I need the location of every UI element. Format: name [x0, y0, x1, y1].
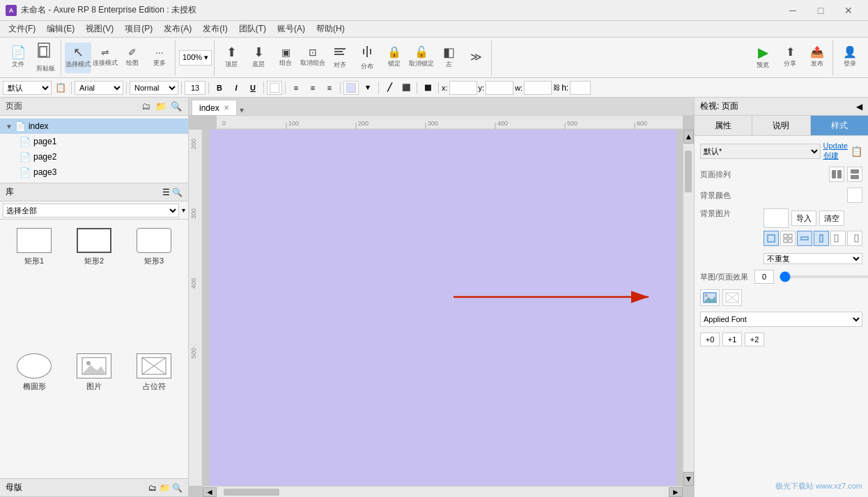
- bg-image-clear-btn[interactable]: 清空: [819, 211, 844, 226]
- tab-index[interactable]: index ✕: [192, 100, 237, 115]
- more2-button[interactable]: ≫: [463, 43, 489, 73]
- lib-item-placeholder[interactable]: 占位符: [125, 351, 183, 473]
- more-fmt-button[interactable]: ▾: [360, 81, 375, 95]
- style-name-select[interactable]: 默认*: [700, 144, 821, 159]
- font-select[interactable]: Arial: [75, 81, 123, 95]
- y-input[interactable]: [486, 81, 513, 95]
- bg-image-import-btn[interactable]: 导入: [791, 211, 816, 226]
- italic-button[interactable]: I: [228, 81, 244, 95]
- tab-properties[interactable]: 属性: [695, 116, 752, 135]
- right-panel-collapse-icon[interactable]: ◀: [856, 102, 862, 112]
- font-size-btn-2[interactable]: +2: [745, 332, 764, 346]
- menu-account[interactable]: 账号(A): [272, 22, 311, 36]
- size-select[interactable]: Normal: [130, 81, 178, 95]
- x-input[interactable]: [449, 81, 477, 95]
- bottom-layer-button[interactable]: ⬇ 底层: [245, 43, 272, 73]
- tab-more-icon[interactable]: ▾: [240, 105, 244, 115]
- scrollbar-vertical[interactable]: ▲ ▼: [683, 130, 694, 486]
- connect-mode-button[interactable]: ⇌ 连接模式: [92, 43, 118, 73]
- select-mode-button[interactable]: ↖ 选择模式: [65, 43, 91, 73]
- toolbar-file-button[interactable]: 📄 文件: [5, 43, 31, 73]
- style-update-link[interactable]: Update: [823, 142, 848, 150]
- tab-description[interactable]: 说明: [752, 116, 810, 135]
- library-filter-select[interactable]: 选择全部: [3, 204, 179, 217]
- lib-item-image[interactable]: 图片: [65, 351, 123, 473]
- lock-button[interactable]: 🔒 锁定: [381, 43, 408, 73]
- masters-folder-icon[interactable]: 📁: [160, 483, 170, 493]
- bg-repeat-btn-3[interactable]: [814, 231, 829, 246]
- bg-repeat-select[interactable]: 不重复: [764, 253, 862, 264]
- bg-color-picker[interactable]: [847, 188, 862, 203]
- sketch-value-input[interactable]: [754, 270, 774, 284]
- sketch-slider[interactable]: [780, 275, 868, 278]
- style-create-link[interactable]: 创建: [823, 151, 839, 161]
- lib-item-rect1[interactable]: 矩形1: [6, 225, 63, 348]
- share-button[interactable]: ⬆ 分享: [777, 43, 803, 73]
- bg-repeat-btn-0[interactable]: [764, 231, 779, 246]
- menu-view[interactable]: 视图(V): [80, 22, 119, 36]
- font-size-btn-1[interactable]: +1: [722, 332, 742, 346]
- pages-add-icon[interactable]: 🗂: [139, 100, 152, 113]
- h-input[interactable]: [570, 81, 591, 95]
- font-color-button[interactable]: [267, 81, 282, 95]
- align-left-button[interactable]: ≡: [288, 81, 304, 95]
- lib-item-ellipse[interactable]: 椭圆形: [6, 351, 63, 473]
- align-center-button[interactable]: ≡: [305, 81, 320, 95]
- font-size-input[interactable]: [185, 81, 206, 95]
- sketch-img-btn-2[interactable]: [722, 289, 742, 306]
- library-dropdown-icon[interactable]: ▾: [182, 206, 185, 214]
- align-button[interactable]: 对齐: [327, 43, 353, 73]
- library-menu-icon[interactable]: ☰: [162, 188, 170, 197]
- tab-close-icon[interactable]: ✕: [224, 104, 229, 112]
- pages-folder-icon[interactable]: 📁: [155, 100, 167, 113]
- left-button[interactable]: ◧ 左: [435, 43, 462, 73]
- bg-repeat-btn-1[interactable]: [780, 231, 796, 246]
- login-button[interactable]: 👤 登录: [837, 43, 863, 73]
- minimize-button[interactable]: ─: [779, 0, 807, 21]
- applied-font-select[interactable]: Applied Font: [700, 312, 862, 327]
- menu-edit[interactable]: 编辑(E): [41, 22, 80, 36]
- pages-search-icon[interactable]: 🔍: [170, 100, 183, 113]
- scrollbar-horizontal[interactable]: ◄ ►: [203, 486, 683, 497]
- top-layer-button[interactable]: ⬆ 顶层: [218, 43, 245, 73]
- page-sort-horizontal-btn[interactable]: [829, 167, 844, 182]
- shadow-button[interactable]: ⬛: [398, 81, 414, 95]
- underline-button[interactable]: U: [245, 81, 261, 95]
- fill-color-button[interactable]: [343, 81, 359, 95]
- bg-repeat-btn-4[interactable]: [830, 231, 846, 246]
- masters-search-icon[interactable]: 🔍: [172, 483, 183, 493]
- style-select[interactable]: 默认: [3, 81, 52, 95]
- preview-button[interactable]: ▶ 预览: [750, 43, 776, 73]
- group-button[interactable]: ▣ 组合: [272, 43, 299, 73]
- page-item-page3[interactable]: 📄 page3: [0, 165, 188, 180]
- draw-button[interactable]: ✐ 绘图: [119, 43, 146, 73]
- tab-style[interactable]: 样式: [811, 116, 868, 135]
- menu-project[interactable]: 项目(P): [119, 22, 158, 36]
- menu-file[interactable]: 文件(F): [3, 22, 41, 36]
- ungroup-button[interactable]: ⊡ 取消组合: [300, 43, 326, 73]
- page-sort-vertical-btn[interactable]: [847, 167, 862, 182]
- page-item-page1[interactable]: 📄 page1: [0, 134, 188, 149]
- menu-layout[interactable]: 发布(A): [158, 22, 197, 36]
- maximize-button[interactable]: □: [807, 0, 835, 21]
- style-copy-icon[interactable]: 📋: [851, 146, 862, 157]
- sketch-img-btn-1[interactable]: [700, 289, 720, 306]
- menu-publish[interactable]: 发布(I): [197, 22, 233, 36]
- lib-item-rect2[interactable]: 矩形2: [65, 225, 123, 348]
- canvas-scroll-area[interactable]: [203, 130, 683, 486]
- page-item-page2[interactable]: 📄 page2: [0, 149, 188, 165]
- distribute-button[interactable]: 分布: [354, 43, 380, 73]
- more-button[interactable]: ··· 更多: [146, 43, 173, 73]
- library-search-icon[interactable]: 🔍: [172, 188, 183, 197]
- menu-help[interactable]: 帮助(H): [311, 22, 350, 36]
- w-input[interactable]: [524, 81, 552, 95]
- bg-repeat-btn-5[interactable]: [847, 231, 862, 246]
- line-color-button[interactable]: ╱: [382, 81, 397, 95]
- canvas-container[interactable]: 0 100 200 300 400 500 600: [189, 116, 694, 497]
- align-right-button[interactable]: ≡: [322, 81, 337, 95]
- border-btn[interactable]: ▦: [420, 81, 435, 95]
- lib-item-rect3[interactable]: 矩形3: [125, 225, 183, 348]
- style-copy-button[interactable]: 📋: [53, 81, 68, 95]
- bold-button[interactable]: B: [212, 81, 227, 95]
- close-button[interactable]: ✕: [835, 0, 862, 21]
